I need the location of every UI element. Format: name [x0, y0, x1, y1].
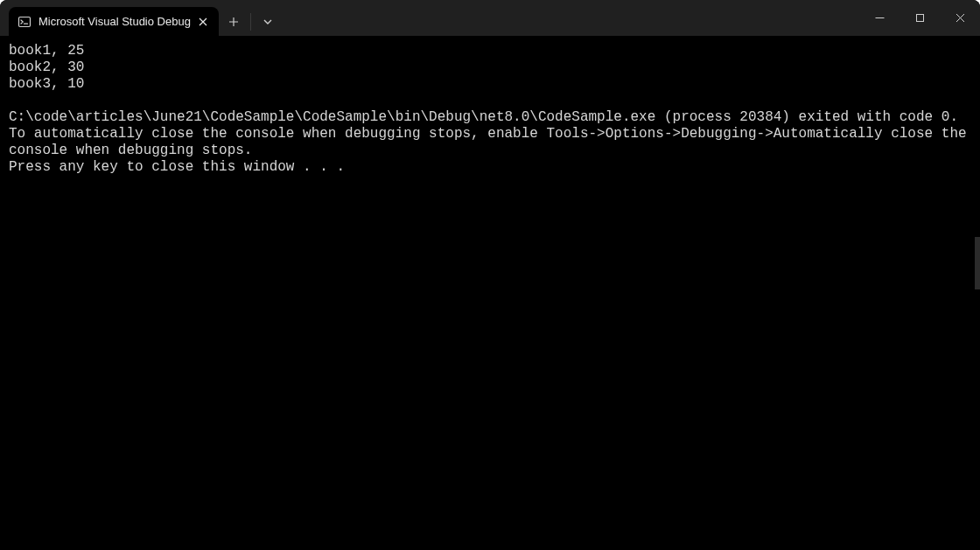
maximize-button[interactable] [900, 0, 940, 36]
terminal-icon [18, 15, 32, 29]
tab-title: Microsoft Visual Studio Debug [38, 15, 196, 28]
titlebar[interactable]: Microsoft Visual Studio Debug [0, 0, 980, 36]
tab-dropdown-button[interactable] [253, 7, 283, 36]
scrollbar[interactable] [975, 237, 980, 289]
active-tab[interactable]: Microsoft Visual Studio Debug [9, 7, 219, 36]
terminal-window: Microsoft Visual Studio Debug [0, 0, 980, 550]
tab-close-button[interactable] [196, 15, 210, 29]
new-tab-button[interactable] [219, 7, 248, 36]
titlebar-drag-region[interactable] [283, 0, 859, 36]
window-controls [859, 0, 980, 36]
minimize-button[interactable] [859, 0, 900, 36]
close-button[interactable] [940, 0, 980, 36]
terminal-body[interactable]: book1, 25 book2, 30 book3, 10 C:\code\ar… [0, 36, 980, 550]
tabbar-divider [250, 13, 251, 31]
svg-rect-1 [916, 15, 923, 22]
tabbar-actions [219, 7, 283, 36]
svg-rect-0 [19, 17, 31, 26]
console-output: book1, 25 book2, 30 book3, 10 C:\code\ar… [9, 43, 971, 176]
